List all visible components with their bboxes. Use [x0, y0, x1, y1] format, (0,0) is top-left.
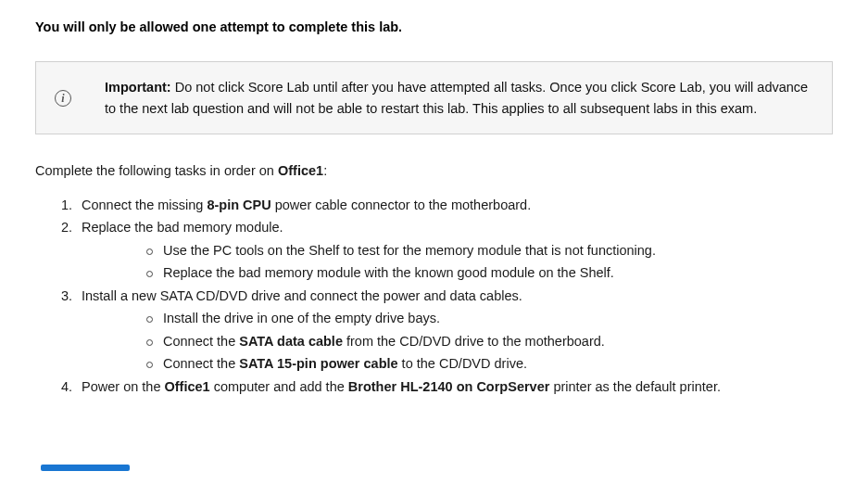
task-4-post: printer as the default printer.	[549, 379, 721, 394]
task-3-sub-2: Connect the SATA data cable from the CD/…	[163, 331, 833, 351]
task-1-pre: Connect the missing	[82, 197, 207, 212]
task-4-pre: Power on the	[82, 379, 164, 394]
important-body: Do not click Score Lab until after you h…	[105, 80, 808, 115]
task-3-sub-2-bold: SATA data cable	[239, 334, 343, 349]
task-3-sub-1: Install the drive in one of the empty dr…	[163, 308, 833, 328]
task-2-sub-1: Use the PC tools on the Shelf to test fo…	[163, 240, 833, 261]
task-1-post: power cable connector to the motherboard…	[271, 197, 532, 212]
task-4: Power on the Office1 computer and add th…	[82, 376, 833, 397]
important-label: Important:	[105, 80, 171, 95]
intro-post: :	[323, 163, 327, 178]
important-notice-text: Important: Do not click Score Lab until …	[84, 77, 810, 119]
page-heading: You will only be allowed one attempt to …	[35, 17, 833, 37]
task-1: Connect the missing 8-pin CPU power cabl…	[82, 195, 833, 215]
task-3-sub-3-bold: SATA 15-pin power cable	[239, 356, 397, 371]
task-4-bold-1: Office1	[164, 379, 209, 394]
progress-indicator	[41, 465, 130, 471]
task-3-sub-3-post: to the CD/DVD drive.	[398, 356, 527, 371]
task-4-bold-2: Brother HL-2140 on CorpServer	[348, 379, 550, 394]
task-3-sub-3: Connect the SATA 15-pin power cable to t…	[163, 353, 833, 374]
tasks-intro: Complete the following tasks in order on…	[35, 160, 833, 181]
task-3-text: Install a new SATA CD/DVD drive and conn…	[82, 288, 522, 303]
task-2: Replace the bad memory module. Use the P…	[82, 217, 833, 283]
task-3: Install a new SATA CD/DVD drive and conn…	[82, 286, 833, 375]
intro-target: Office1	[278, 163, 323, 178]
important-notice: i Important: Do not click Score Lab unti…	[35, 61, 833, 134]
task-4-mid: computer and add the	[210, 379, 348, 394]
info-icon: i	[55, 90, 71, 107]
task-3-sub-2-post: from the CD/DVD drive to the motherboard…	[343, 334, 605, 349]
task-3-sub-3-pre: Connect the	[163, 356, 239, 371]
task-2-text: Replace the bad memory module.	[82, 220, 283, 235]
intro-pre: Complete the following tasks in order on	[35, 163, 278, 178]
task-1-bold: 8-pin CPU	[207, 197, 270, 212]
task-3-sublist: Install the drive in one of the empty dr…	[82, 308, 833, 374]
task-3-sub-2-pre: Connect the	[163, 334, 239, 349]
info-icon-wrap: i	[55, 90, 71, 107]
task-list: Connect the missing 8-pin CPU power cabl…	[35, 195, 833, 397]
task-2-sublist: Use the PC tools on the Shelf to test fo…	[82, 240, 833, 284]
task-2-sub-2: Replace the bad memory module with the k…	[163, 262, 833, 283]
